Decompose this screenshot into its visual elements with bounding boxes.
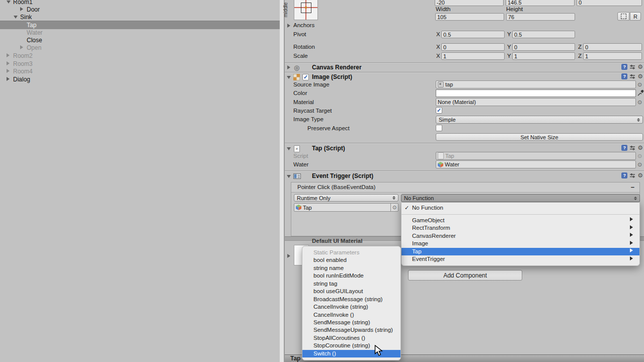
function-dropdown-open[interactable]: No Function (401, 194, 640, 202)
help-icon[interactable]: ? (621, 172, 627, 178)
menu-item-image[interactable]: Image (401, 240, 639, 248)
menu-item-gameobject[interactable]: GameObject (401, 217, 639, 225)
submenu-item[interactable]: CancelInvoke (string) (302, 303, 400, 311)
pos-z-field[interactable]: 0 (577, 0, 642, 6)
scale-x-field[interactable]: 1 (441, 52, 505, 60)
gear-icon[interactable]: ⚙ (637, 172, 643, 178)
object-picker-icon[interactable]: ⊙ (390, 204, 398, 211)
object-picker-icon[interactable]: ⊙ (637, 153, 642, 159)
foldout-closed-icon[interactable] (7, 53, 10, 57)
material-field[interactable]: None (Material) (436, 98, 636, 106)
anchor-preset-icon[interactable] (294, 0, 318, 20)
blueprint-mode-button[interactable] (617, 12, 629, 21)
presets-icon[interactable] (629, 172, 635, 178)
component-enabled-checkbox[interactable]: ✓ (302, 74, 309, 80)
submenu-item[interactable]: SendMessageUpwards (string) (302, 326, 400, 334)
object-picker-icon[interactable]: ⊙ (637, 82, 642, 87)
height-field[interactable]: 76 (506, 13, 575, 21)
remove-event-button[interactable]: – (631, 183, 634, 191)
submenu-item[interactable]: CancelInvoke () (302, 311, 400, 319)
foldout-open-icon[interactable] (7, 1, 11, 4)
hierarchy-item-door[interactable]: Door (0, 6, 280, 14)
foldout-closed-icon[interactable] (20, 7, 23, 11)
raycast-target-checkbox[interactable]: ✓ (436, 107, 442, 114)
submenu-item[interactable]: StopCoroutine (string) (302, 342, 400, 349)
hierarchy-item-tap-selected[interactable]: Tap (0, 21, 280, 29)
hierarchy-item-room2[interactable]: Room2 (0, 52, 280, 60)
menu-item-eventtrigger[interactable]: EventTrigger (401, 255, 639, 263)
presets-icon[interactable] (629, 64, 635, 70)
rotation-z-field[interactable]: 0 (583, 43, 642, 51)
hierarchy-item-room4[interactable]: Room4 (0, 67, 280, 75)
submenu-item[interactable]: BroadcastMessage (string) (302, 296, 400, 303)
foldout-open-icon[interactable] (287, 76, 291, 79)
scale-z-field[interactable]: 1 (583, 52, 642, 60)
gear-icon[interactable]: ⚙ (637, 64, 643, 70)
menu-item-tap-highlighted[interactable]: Tap (401, 248, 639, 256)
submenu-item[interactable]: string tag (302, 280, 400, 288)
material-preview-foldout-icon[interactable] (287, 254, 290, 258)
foldout-closed-icon[interactable] (7, 69, 10, 73)
runtime-only-dropdown[interactable]: Runtime Only (294, 194, 398, 202)
pos-x-field[interactable]: -20 (435, 0, 504, 6)
submenu-item[interactable]: string name (302, 264, 400, 272)
gear-icon[interactable]: ⚙ (637, 73, 643, 79)
submenu-item[interactable]: SendMessage (string) (302, 319, 400, 326)
hierarchy-item-room1[interactable]: Room1 (0, 0, 280, 6)
preserve-aspect-checkbox[interactable] (436, 125, 442, 131)
scale-y-field[interactable]: 1 (512, 52, 575, 60)
foldout-closed-icon[interactable] (7, 61, 10, 65)
rotation-x-field[interactable]: 0 (441, 43, 505, 51)
image-type-dropdown[interactable]: Simple (436, 116, 643, 124)
submenu-item-switch-highlighted[interactable]: Switch () (302, 350, 400, 357)
foldout-closed-icon[interactable] (20, 45, 23, 49)
foldout-open-icon[interactable] (14, 16, 18, 19)
submenu-item[interactable]: bool runInEditMode (302, 272, 400, 280)
submenu-item[interactable]: bool enabled (302, 256, 400, 264)
width-field[interactable]: 105 (435, 13, 504, 21)
foldout-closed-icon[interactable] (7, 77, 10, 81)
presets-icon[interactable] (629, 145, 635, 151)
blueprint-icon (621, 14, 626, 19)
presets-icon[interactable] (629, 73, 635, 79)
submenu-item[interactable]: StopAllCoroutines () (302, 334, 400, 342)
panel-divider[interactable] (280, 0, 285, 362)
source-image-field[interactable]: tap (436, 80, 636, 88)
hierarchy-item-room3[interactable]: Room3 (0, 60, 280, 68)
foldout-open-icon[interactable] (287, 147, 291, 150)
foldout-open-icon[interactable] (287, 175, 291, 178)
eyedropper-icon[interactable] (637, 89, 643, 97)
submenu-item-label: SendMessage (string) (313, 319, 370, 325)
event-trigger-header[interactable]: Event Trigger (Script) ? ⚙ (285, 172, 644, 180)
pivot-y-field[interactable]: 0.5 (512, 31, 575, 38)
water-field[interactable]: Water (436, 160, 636, 168)
object-picker-icon[interactable]: ⊙ (637, 162, 642, 167)
pos-y-field[interactable]: 146.5 (506, 0, 575, 6)
rotation-y-field[interactable]: 0 (512, 43, 575, 51)
help-icon[interactable]: ? (621, 73, 627, 79)
anchors-foldout-icon[interactable] (287, 24, 290, 28)
hierarchy-item-open[interactable]: Open (0, 44, 280, 52)
event-target-field[interactable]: Tap ⊙ (294, 203, 398, 212)
axis-y-label: Y (507, 44, 511, 50)
menu-item-recttransform[interactable]: RectTransform (401, 224, 639, 232)
submenu-item[interactable]: bool useGUILayout (302, 288, 400, 295)
script-field[interactable]: Tap (436, 152, 636, 160)
menu-item-no-function[interactable]: ✓ No Function (401, 204, 639, 212)
set-native-size-button[interactable]: Set Native Size (436, 133, 643, 141)
hierarchy-item-dialog[interactable]: Dialog (0, 75, 280, 83)
help-icon[interactable]: ? (621, 145, 627, 151)
hierarchy-item-sink[interactable]: Sink (0, 13, 280, 21)
add-component-button[interactable]: Add Component (408, 270, 522, 281)
hierarchy-item-close[interactable]: Close (0, 36, 280, 44)
help-icon[interactable]: ? (621, 64, 627, 70)
color-swatch[interactable] (436, 89, 636, 97)
canvas-renderer-header[interactable]: ◎ Canvas Renderer ? ⚙ (285, 63, 644, 72)
pivot-x-field[interactable]: 0.5 (441, 31, 505, 38)
menu-item-canvasrenderer[interactable]: CanvasRenderer (401, 232, 639, 240)
foldout-closed-icon[interactable] (287, 65, 290, 69)
hierarchy-item-water[interactable]: Water (0, 29, 280, 37)
object-picker-icon[interactable]: ⊙ (637, 100, 642, 105)
raw-edit-button[interactable]: R (630, 12, 641, 21)
gear-icon[interactable]: ⚙ (637, 145, 643, 151)
